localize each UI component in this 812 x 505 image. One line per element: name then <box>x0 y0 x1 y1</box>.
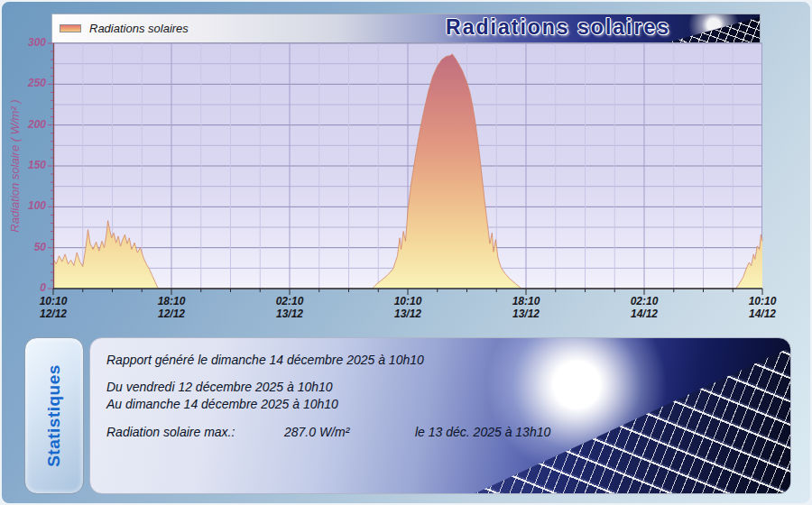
period-to-line: Au dimanche 14 décembre 2025 à 10h10 <box>106 397 790 412</box>
x-tick-label: 02:1014/12 <box>631 295 659 320</box>
x-tick-label: 18:1012/12 <box>158 295 186 320</box>
y-tick-label: 100 <box>12 199 46 212</box>
max-radiation-line: Radiation solaire max.: 287.0 W/m² le 13… <box>106 425 790 440</box>
y-tick-label: 300 <box>12 36 46 49</box>
period-from-line: Du vendredi 12 décembre 2025 à 10h10 <box>106 380 790 395</box>
y-tick-label: 0 <box>12 281 46 294</box>
chart-title: Radiations solaires <box>446 15 670 40</box>
x-tick-label: 10:1012/12 <box>40 295 68 320</box>
legend-gradient-swatch-icon <box>60 24 81 32</box>
y-tick-label: 50 <box>12 241 46 253</box>
statistics-tab-label: Statistiques <box>44 364 64 467</box>
chart-plot-area <box>53 43 762 289</box>
chart-header-banner: Radiations solaires Radiations solaires <box>51 14 761 43</box>
legend-label: Radiations solaires <box>89 22 189 35</box>
max-radiation-label: Radiation solaire max.: <box>106 425 284 440</box>
x-tick-label: 10:1014/12 <box>749 295 777 320</box>
statistics-panel: Rapport généré le dimanche 14 décembre 2… <box>89 337 791 494</box>
y-tick-label: 250 <box>12 77 46 89</box>
statistics-tab[interactable]: Statistiques <box>24 337 84 494</box>
y-tick-label: 200 <box>12 118 46 131</box>
chart-legend: Radiations solaires <box>60 14 189 42</box>
y-tick-label: 150 <box>12 159 46 171</box>
x-tick-label: 18:1013/12 <box>512 295 540 320</box>
max-radiation-date: le 13 déc. 2025 à 13h10 <box>415 425 550 440</box>
max-radiation-value: 287.0 W/m² <box>284 425 415 440</box>
report-generated-line: Rapport généré le dimanche 14 décembre 2… <box>106 353 790 368</box>
x-tick-label: 10:1013/12 <box>394 295 422 320</box>
app-window: Radiations solaires Radiations solaires … <box>0 0 812 505</box>
x-tick-label: 02:1013/12 <box>276 295 304 320</box>
statistics-text-block: Rapport généré le dimanche 14 décembre 2… <box>90 338 790 440</box>
